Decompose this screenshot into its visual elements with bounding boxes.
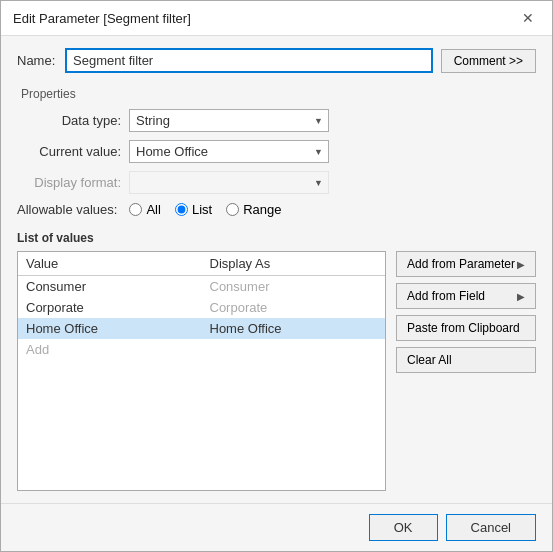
clear-all-button[interactable]: Clear All bbox=[396, 347, 536, 373]
add-from-parameter-button[interactable]: Add from Parameter ▶ bbox=[396, 251, 536, 277]
table-row[interactable]: Corporate Corporate bbox=[18, 297, 385, 318]
cell-value: Consumer bbox=[18, 276, 202, 298]
add-from-field-label: Add from Field bbox=[407, 289, 485, 303]
add-from-parameter-label: Add from Parameter bbox=[407, 257, 515, 271]
name-label: Name: bbox=[17, 53, 57, 68]
col-header-display-as: Display As bbox=[202, 252, 386, 276]
dialog: Edit Parameter [Segment filter] ✕ Name: … bbox=[0, 0, 553, 552]
cell-display-as: Home Office bbox=[202, 318, 386, 339]
radio-group: All List Range bbox=[129, 202, 281, 217]
display-format-wrapper bbox=[129, 171, 329, 194]
dialog-footer: OK Cancel bbox=[1, 503, 552, 551]
cell-value: Home Office bbox=[18, 318, 202, 339]
clear-all-label: Clear All bbox=[407, 353, 452, 367]
col-header-value: Value bbox=[18, 252, 202, 276]
radio-all-label: All bbox=[146, 202, 160, 217]
cell-display-as: Consumer bbox=[202, 276, 386, 298]
allowable-label: Allowable values: bbox=[17, 202, 117, 217]
dialog-title: Edit Parameter [Segment filter] bbox=[13, 11, 191, 26]
allowable-row: Allowable values: All List Range bbox=[17, 202, 536, 217]
ok-button[interactable]: OK bbox=[369, 514, 438, 541]
list-area: Value Display As Consumer Consumer Corpo… bbox=[17, 251, 536, 491]
table-row-selected[interactable]: Home Office Home Office bbox=[18, 318, 385, 339]
cell-display-as: Corporate bbox=[202, 297, 386, 318]
current-value-wrapper: Home Office Consumer Corporate bbox=[129, 140, 329, 163]
close-button[interactable]: ✕ bbox=[516, 9, 540, 27]
table-header-row: Value Display As bbox=[18, 252, 385, 276]
current-value-label: Current value: bbox=[21, 144, 121, 159]
name-row: Name: Comment >> bbox=[17, 48, 536, 73]
current-value-select[interactable]: Home Office Consumer Corporate bbox=[129, 140, 329, 163]
radio-range-input[interactable] bbox=[226, 203, 239, 216]
comment-button[interactable]: Comment >> bbox=[441, 49, 536, 73]
properties-section: Properties Data type: String Current val… bbox=[21, 85, 536, 202]
display-format-select bbox=[129, 171, 329, 194]
list-table: Value Display As Consumer Consumer Corpo… bbox=[18, 252, 385, 360]
radio-all-input[interactable] bbox=[129, 203, 142, 216]
radio-all[interactable]: All bbox=[129, 202, 160, 217]
data-type-wrapper: String bbox=[129, 109, 329, 132]
radio-range-label: Range bbox=[243, 202, 281, 217]
action-buttons: Add from Parameter ▶ Add from Field ▶ Pa… bbox=[396, 251, 536, 491]
data-type-row: Data type: String bbox=[21, 109, 536, 132]
cell-add: Add bbox=[18, 339, 202, 360]
name-input[interactable] bbox=[65, 48, 433, 73]
properties-label: Properties bbox=[21, 87, 536, 101]
data-type-label: Data type: bbox=[21, 113, 121, 128]
cell-value: Corporate bbox=[18, 297, 202, 318]
radio-range[interactable]: Range bbox=[226, 202, 281, 217]
paste-from-clipboard-button[interactable]: Paste from Clipboard bbox=[396, 315, 536, 341]
current-value-row: Current value: Home Office Consumer Corp… bbox=[21, 140, 536, 163]
add-from-field-arrow: ▶ bbox=[517, 291, 525, 302]
data-type-select[interactable]: String bbox=[129, 109, 329, 132]
table-add-row[interactable]: Add bbox=[18, 339, 385, 360]
cancel-button[interactable]: Cancel bbox=[446, 514, 536, 541]
display-format-row: Display format: bbox=[21, 171, 536, 194]
dialog-body: Name: Comment >> Properties Data type: S… bbox=[1, 36, 552, 503]
radio-list[interactable]: List bbox=[175, 202, 212, 217]
table-row[interactable]: Consumer Consumer bbox=[18, 276, 385, 298]
list-section-label: List of values bbox=[17, 231, 536, 245]
add-from-field-button[interactable]: Add from Field ▶ bbox=[396, 283, 536, 309]
paste-from-clipboard-label: Paste from Clipboard bbox=[407, 321, 520, 335]
add-from-parameter-arrow: ▶ bbox=[517, 259, 525, 270]
display-format-label: Display format: bbox=[21, 175, 121, 190]
radio-list-label: List bbox=[192, 202, 212, 217]
radio-list-input[interactable] bbox=[175, 203, 188, 216]
list-table-wrapper: Value Display As Consumer Consumer Corpo… bbox=[17, 251, 386, 491]
title-bar: Edit Parameter [Segment filter] ✕ bbox=[1, 1, 552, 36]
